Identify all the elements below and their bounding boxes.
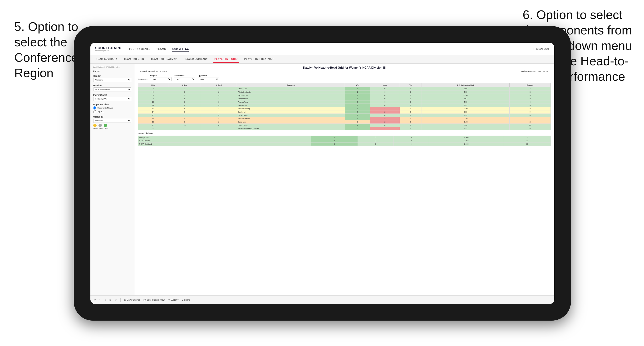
- cell-reg: 7: [168, 110, 201, 114]
- cell-div: 20: [138, 127, 168, 130]
- cell-diff: -1.00: [422, 94, 509, 97]
- toolbar-undo[interactable]: ↩: [94, 299, 96, 301]
- cell-tie: 0: [400, 127, 422, 130]
- cell-opponent: Sharon Mun: [237, 97, 345, 100]
- cell-loss: 0: [370, 97, 400, 100]
- cell-win: 2: [345, 127, 370, 130]
- toolbar-refresh[interactable]: ↺: [115, 299, 117, 301]
- table-row: 10 6 3 Andrea York 2 0 0 4.00 4: [138, 100, 551, 104]
- sidebar-division-select[interactable]: NCAA Division III: [93, 87, 131, 91]
- cell-diff: 1.33: [422, 127, 509, 130]
- toolbar-save-view[interactable]: 💾 Save Custom View: [144, 299, 165, 301]
- cell-tie: 0: [400, 120, 422, 124]
- table-row: 13 1 1 Jessica Huang 1 1 0 -3.00 2: [138, 107, 551, 110]
- cell-opponent: Emily Chang: [237, 124, 345, 127]
- sidebar-player-rank-select[interactable]: 8. Katelyn Vo: [93, 97, 131, 101]
- ood-cell-win: 5: [311, 143, 358, 146]
- sign-out-link[interactable]: Sign out: [536, 46, 550, 51]
- radio-top100[interactable]: Top 100: [93, 110, 131, 113]
- nav-teams[interactable]: TEAMS: [156, 46, 166, 51]
- th-diff: Diff Av Strokes/Rnd: [422, 83, 509, 87]
- sidebar-player-rank-label: Player (Rank): [93, 94, 131, 96]
- ood-cell-opponent: NAIA Division 1: [138, 139, 311, 143]
- cell-rounds: 4: [510, 87, 551, 90]
- ood-cell-diff: 9.267: [429, 139, 504, 143]
- sidebar-opponent-view-section: Opponent view Opponents Played Top 100: [93, 103, 131, 113]
- subnav-team-summary[interactable]: TEAM SUMMARY: [95, 56, 118, 63]
- cell-rounds: 3: [510, 97, 551, 100]
- conference-filter-label: Conference: [174, 75, 195, 77]
- cell-conf: 4: [201, 117, 237, 120]
- cell-conf: 6: [201, 124, 237, 127]
- table-row: 11 2 5 Heejo Hyun 1 0 0 3.33 3: [138, 104, 551, 107]
- cell-reg: 1: [168, 107, 201, 110]
- sidebar-gender-section: Gender Women's Men's: [93, 75, 131, 82]
- radio-opponents-played[interactable]: Opponents Played: [93, 106, 131, 110]
- cell-opponent: Esther Lee: [237, 87, 345, 90]
- conference-select[interactable]: (All): [174, 77, 195, 81]
- th-div: # Div: [138, 83, 168, 87]
- cell-win: 1: [345, 104, 370, 107]
- cell-win: 1: [345, 97, 370, 100]
- toolbar-copy[interactable]: ⊞: [110, 299, 111, 301]
- sidebar-radio-group: Opponents Played Top 100: [93, 106, 131, 113]
- color-circles: [93, 124, 131, 127]
- cell-win: 1: [345, 90, 370, 94]
- cell-conf: 5: [201, 114, 237, 117]
- toolbar: ↩ ↪ ⟨ ⊞ ↺ ⊡ View: Original 💾 Save Custom…: [90, 295, 554, 304]
- cell-diff: -0.94: [422, 117, 509, 120]
- cell-rounds: 3: [510, 94, 551, 97]
- cell-reg: 2: [168, 90, 201, 94]
- sidebar-colour-label: Colour by: [93, 116, 131, 118]
- toolbar-watch[interactable]: 👁 Watch ▾: [168, 299, 179, 301]
- cell-rounds: 4: [510, 114, 551, 117]
- ood-cell-rounds: 30: [504, 139, 551, 143]
- ood-cell-win: 1: [311, 136, 358, 139]
- sidebar-gender-select[interactable]: Women's Men's: [93, 78, 131, 82]
- color-level: [98, 124, 102, 127]
- cell-reg: 3: [168, 87, 201, 90]
- nav-committee[interactable]: COMMITTEE: [172, 46, 189, 51]
- toolbar-share[interactable]: ⤴ Share: [182, 299, 190, 301]
- opponent-select[interactable]: (All): [198, 77, 219, 81]
- cell-loss: 0: [370, 94, 400, 97]
- cell-diff: 0.38: [422, 110, 509, 114]
- cell-opponent: Jessica Huang: [237, 107, 345, 110]
- cell-loss: 1: [370, 107, 400, 110]
- out-of-division-table: Foreign Team 1 0 0 4.500 2 NAIA Division…: [138, 136, 551, 146]
- color-down: [93, 124, 96, 127]
- th-win: Win: [345, 83, 370, 87]
- page-title: Katelyn Vo Head-to-Head Grid for Women's…: [138, 66, 551, 69]
- ood-table-row: Foreign Team 1 0 0 4.500 2: [138, 136, 551, 139]
- table-row: 5 2 2 Alexis Sudjianto 1 0 0 4.00 3: [138, 90, 551, 94]
- cell-rounds: 7: [510, 117, 551, 120]
- sidebar-colour-select[interactable]: Win/loss: [93, 119, 131, 123]
- cell-conf: 2: [201, 120, 237, 124]
- cell-div: 10: [138, 100, 168, 104]
- region-select[interactable]: (All): [150, 77, 172, 81]
- toolbar-back[interactable]: ⟨: [105, 299, 106, 301]
- sidebar-opponent-view-label: Opponent view: [93, 103, 131, 106]
- cell-reg: 11: [168, 127, 201, 130]
- cell-opponent: Heejo Hyun: [237, 104, 345, 107]
- subnav-player-h2h-grid[interactable]: PLAYER H2H GRID: [214, 56, 238, 63]
- cell-div: 19: [138, 124, 168, 127]
- ood-cell-win: 15: [311, 139, 358, 143]
- table-row: 14 7 4 Eunice Yi 2 2 0 0.38 9: [138, 110, 551, 114]
- th-loss: Loss: [370, 83, 400, 87]
- sidebar-player-rank-section: Player (Rank) 8. Katelyn Vo: [93, 94, 131, 101]
- toolbar-view-original[interactable]: ⊡ View: Original: [124, 299, 140, 301]
- cell-opponent: Sydney Kuo: [237, 94, 345, 97]
- subnav-team-h2h-grid[interactable]: TEAM H2H GRID: [123, 56, 145, 63]
- cell-conf: 3: [201, 100, 237, 104]
- region-filter: Region (All): [150, 75, 172, 81]
- cell-rounds: 2: [510, 120, 551, 124]
- cell-diff: -3.00: [422, 107, 509, 110]
- cell-diff: 3.67: [422, 97, 509, 100]
- region-filter-label: Region: [150, 75, 172, 77]
- toolbar-redo[interactable]: ↪: [100, 299, 101, 301]
- subnav-player-h2h-heatmap[interactable]: PLAYER H2H HEATMAP: [243, 56, 274, 63]
- subnav-team-h2h-heatmap[interactable]: TEAM H2H HEATMAP: [150, 56, 178, 63]
- nav-tournaments[interactable]: TOURNAMENTS: [129, 46, 150, 51]
- subnav-player-summary[interactable]: PLAYER SUMMARY: [183, 56, 209, 63]
